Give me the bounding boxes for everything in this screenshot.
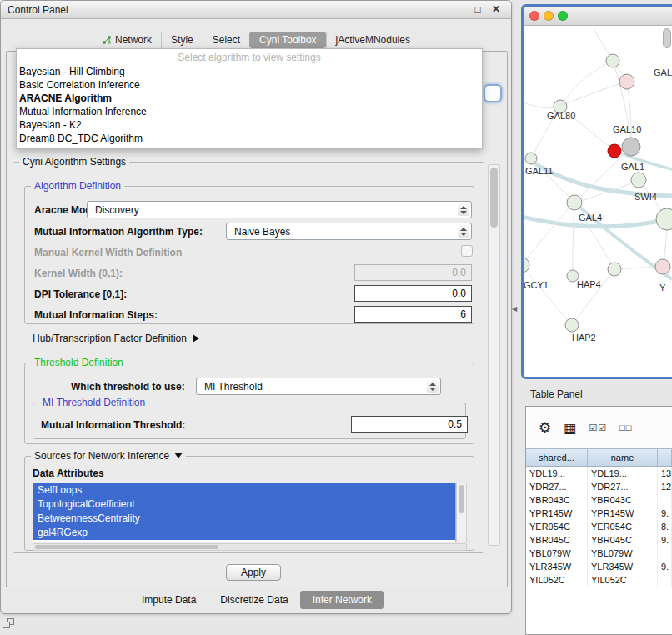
- algorithm-option[interactable]: Dream8 DC_TDC Algorithm: [17, 132, 482, 145]
- network-edge: [524, 265, 572, 325]
- algorithm-option-selected[interactable]: ARACNE Algorithm: [17, 92, 482, 105]
- mi-threshold-field[interactable]: [351, 416, 468, 432]
- algorithm-definition-title: Algorithm Definition: [31, 181, 124, 192]
- cell: YER054C: [526, 520, 588, 533]
- deselect-all-icon[interactable]: □□: [619, 422, 632, 432]
- hub-definition-toggle[interactable]: Hub/Transcription Factor Definition: [33, 332, 199, 344]
- aracne-mode-select[interactable]: Discovery: [87, 201, 472, 218]
- network-node-hap4[interactable]: [608, 262, 621, 276]
- cell: 9.: [658, 507, 672, 520]
- cell: 9.: [658, 533, 672, 547]
- network-node[interactable]: [619, 74, 634, 89]
- cell: YER054C: [588, 520, 658, 533]
- table-row[interactable]: YIL052C YIL052C: [526, 573, 672, 587]
- list-horizontal-scrollbar-thumb[interactable]: [35, 545, 218, 549]
- mi-type-label: Mutual Information Algorithm Type:: [34, 226, 203, 238]
- list-horizontal-scrollbar[interactable]: [33, 543, 467, 551]
- table-row[interactable]: YBR043C YBR043C: [526, 493, 672, 507]
- algorithm-option[interactable]: Mutual Information Inference: [17, 105, 482, 118]
- control-panel-window: Control Panel □ ✕ Network Style Select C…: [0, 0, 512, 614]
- close-icon[interactable]: ✕: [489, 3, 503, 15]
- list-item-selected[interactable]: BetweennessCentrality: [33, 512, 455, 526]
- mi-type-select[interactable]: Naive Bayes: [226, 222, 472, 240]
- table-header: shared... name: [526, 448, 672, 467]
- algorithm-option[interactable]: Bayesian - K2: [17, 118, 482, 132]
- list-item-selected[interactable]: SelfLoops: [33, 483, 455, 498]
- list-item-selected[interactable]: TopologicalCoefficient: [33, 498, 455, 512]
- network-node[interactable]: [655, 259, 670, 274]
- node-label: HAP2: [572, 332, 596, 342]
- column-header-name[interactable]: name: [588, 449, 658, 466]
- node-label: GAL10: [613, 124, 641, 134]
- select-all-icon[interactable]: ☑☑: [589, 422, 607, 433]
- node-label: GAL11: [525, 166, 553, 176]
- minimize-traffic-light[interactable]: [544, 11, 554, 21]
- tab-infer-network[interactable]: Infer Network: [300, 591, 384, 609]
- node-label: Y: [659, 282, 666, 292]
- network-node-hap2[interactable]: [565, 318, 579, 332]
- which-threshold-select[interactable]: MI Threshold: [196, 378, 441, 395]
- focused-help-button[interactable]: [484, 84, 502, 102]
- network-node-gal4[interactable]: [567, 195, 582, 210]
- tab-style[interactable]: Style: [161, 32, 203, 48]
- close-traffic-light[interactable]: [529, 11, 539, 21]
- list-item-selected[interactable]: gal4RGexp: [33, 526, 455, 540]
- mi-steps-field[interactable]: [354, 306, 472, 322]
- node-label: SWI4: [634, 192, 657, 202]
- table-row[interactable]: YLR345W YLR345W 9.: [526, 560, 672, 573]
- column-header-shared-name[interactable]: shared...: [526, 449, 588, 466]
- tab-impute-data[interactable]: Impute Data: [130, 591, 208, 609]
- network-node-selected-red[interactable]: [608, 144, 621, 158]
- gear-icon[interactable]: ⚙: [539, 419, 551, 437]
- combo-arrows-icon: [427, 380, 439, 392]
- network-node[interactable]: [606, 54, 619, 68]
- network-node-gal10[interactable]: [622, 138, 640, 156]
- algorithm-option[interactable]: Bayesian - Hill Climbing: [17, 65, 482, 78]
- settings-scrollbar-thumb[interactable]: [490, 168, 498, 228]
- window-grip-icon[interactable]: [3, 618, 16, 630]
- list-scrollbar[interactable]: [456, 482, 467, 542]
- table-row[interactable]: YER054C YER054C 8.: [526, 520, 672, 533]
- table-row[interactable]: YBL079W YBL079W: [526, 547, 672, 560]
- cell: YLR345W: [588, 560, 658, 573]
- sources-toggle[interactable]: Sources for Network Inference: [31, 451, 186, 462]
- tab-label: Network: [115, 34, 152, 46]
- network-node[interactable]: [656, 208, 672, 230]
- splitpane-collapse-icon[interactable]: ◀: [512, 305, 517, 312]
- network-canvas[interactable]: GAL8 GAL80 GAL10 GAL11 GAL1 SWI4 GAL4 GC…: [524, 26, 672, 377]
- list-scrollbar-thumb[interactable]: [459, 485, 464, 513]
- network-scrollbar-thumb[interactable]: [663, 28, 671, 48]
- tab-select[interactable]: Select: [203, 32, 249, 48]
- tab-label: Style: [171, 34, 193, 46]
- cell: YPR145W: [526, 507, 588, 520]
- control-panel-titlebar: Control Panel □ ✕: [1, 1, 511, 19]
- float-window-icon[interactable]: □: [471, 3, 484, 15]
- table-row[interactable]: YDL19... YDL19... 13: [526, 467, 672, 480]
- table-toolbar: ⚙ ▦ ☑☑ □□: [526, 407, 672, 448]
- tab-jactivemnodules[interactable]: jActiveMNodules: [326, 32, 419, 48]
- tab-cyni-toolbox[interactable]: Cyni Toolbox: [249, 32, 325, 48]
- network-node-gcy1[interactable]: [524, 258, 529, 272]
- network-node-gal1[interactable]: [631, 172, 646, 188]
- apply-button[interactable]: Apply: [226, 564, 281, 581]
- cell: 12: [658, 480, 672, 493]
- network-node-gal11[interactable]: [525, 152, 537, 164]
- sources-title: Sources for Network Inference: [34, 450, 169, 462]
- algorithm-option[interactable]: Basic Correlation Inference: [17, 78, 482, 92]
- table-row[interactable]: YPR145W YPR145W 9.: [526, 507, 672, 520]
- cell: YDL19...: [526, 467, 588, 480]
- zoom-traffic-light[interactable]: [558, 11, 568, 21]
- dpi-tolerance-field[interactable]: [354, 285, 472, 302]
- manual-kernel-checkbox: [461, 245, 473, 257]
- tab-discretize-data[interactable]: Discretize Data: [208, 591, 299, 609]
- settings-scrollbar[interactable]: [488, 164, 500, 546]
- collapse-down-icon: [174, 452, 183, 458]
- network-window-titlebar: [524, 7, 672, 26]
- column-header-cutoff[interactable]: [658, 449, 672, 466]
- tab-network[interactable]: Network: [93, 32, 161, 48]
- threshold-definition-title: Threshold Definition: [31, 358, 127, 368]
- network-edge: [573, 202, 574, 276]
- columns-icon[interactable]: ▦: [564, 420, 576, 436]
- table-row[interactable]: YDR27... YDR27... 12: [526, 480, 672, 493]
- table-row[interactable]: YBR045C YBR045C 9.: [526, 533, 672, 547]
